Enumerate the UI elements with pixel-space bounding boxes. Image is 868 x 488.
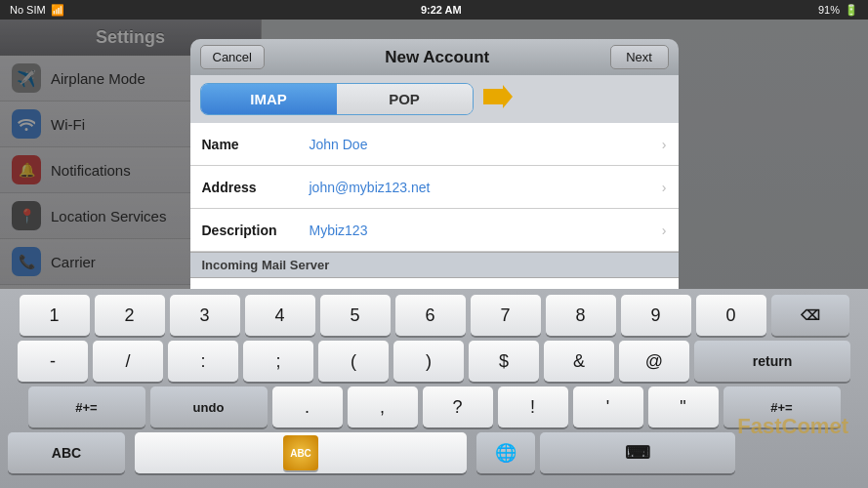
status-left: No SIM 📶 [10, 4, 64, 17]
key-open-paren[interactable]: ( [318, 341, 389, 382]
imap-pop-segment[interactable]: IMAP POP [200, 83, 474, 115]
address-chevron-icon: › [662, 180, 667, 195]
key-quote[interactable]: " [648, 386, 719, 427]
address-value[interactable]: john@mybiz123.net [310, 180, 654, 195]
keyboard-row-numbers: 1 2 3 4 5 6 7 8 9 0 ⌫ [4, 295, 864, 336]
space-key[interactable]: ABC [135, 432, 467, 473]
return-key[interactable]: return [694, 341, 850, 382]
imap-segment-button[interactable]: IMAP [201, 84, 337, 114]
name-chevron-icon: › [662, 137, 667, 152]
address-label: Address [202, 180, 310, 195]
key-hashplus[interactable]: #+= [28, 386, 145, 427]
name-label: Name [202, 137, 310, 152]
description-label: Description [202, 223, 310, 238]
abc-keyboard-icon: ABC [283, 435, 318, 470]
keyboard-row-abc: ABC ABC 🌐 ⌨ [4, 432, 864, 473]
fastcomet-watermark: FastComet [737, 414, 848, 439]
key-slash[interactable]: / [93, 341, 163, 382]
key-dash[interactable]: - [18, 341, 88, 382]
segment-row: IMAP POP [190, 75, 679, 123]
name-value[interactable]: John Doe [310, 137, 654, 152]
time-text: 9:22 AM [421, 4, 462, 16]
incoming-mail-section-header: Incoming Mail Server [190, 252, 679, 278]
svg-rect-1 [483, 89, 497, 104]
wifi-icon: 📶 [51, 4, 64, 17]
status-bar: No SIM 📶 9:22 AM 91% 🔋 [0, 0, 868, 20]
key-7[interactable]: 7 [471, 295, 541, 336]
key-9[interactable]: 9 [621, 295, 691, 336]
name-field-row: Name John Doe › [190, 123, 679, 166]
key-comma[interactable]: , [348, 386, 418, 427]
carrier-text: No SIM [10, 4, 46, 16]
pop-segment-button[interactable]: POP [337, 84, 473, 114]
delete-key[interactable]: ⌫ [771, 295, 849, 336]
key-abc[interactable]: ABC [8, 432, 125, 473]
key-3[interactable]: 3 [170, 295, 240, 336]
key-semicolon[interactable]: ; [243, 341, 313, 382]
key-period[interactable]: . [272, 386, 343, 427]
key-emoji[interactable]: 🌐 [476, 432, 535, 473]
key-6[interactable]: 6 [395, 295, 466, 336]
battery-icon: 🔋 [845, 4, 858, 17]
key-question[interactable]: ? [423, 386, 493, 427]
key-undo[interactable]: undo [150, 386, 268, 427]
description-chevron-icon: › [662, 223, 667, 238]
cancel-button[interactable]: Cancel [200, 45, 265, 69]
key-exclamation[interactable]: ! [498, 386, 568, 427]
key-1[interactable]: 1 [20, 295, 90, 336]
on-screen-keyboard: 1 2 3 4 5 6 7 8 9 0 ⌫ - / : ; ( ) $ & @ … [0, 289, 868, 488]
status-right: 91% 🔋 [818, 4, 858, 17]
key-apostrophe[interactable]: ' [573, 386, 643, 427]
address-field-row: Address john@mybiz123.net › [190, 166, 679, 209]
key-8[interactable]: 8 [546, 295, 616, 336]
key-at[interactable]: @ [619, 341, 689, 382]
next-button[interactable]: Next [610, 45, 669, 69]
main-area: Settings ✈️ Airplane Mode › Wi-Fi › 🔔 No… [0, 20, 868, 488]
description-field-row: Description Mybiz123 › [190, 209, 679, 252]
watermark-text: FastComet [737, 414, 848, 439]
arrow-right-icon [483, 85, 513, 114]
key-dollar[interactable]: $ [469, 341, 539, 382]
modal-header: Cancel New Account Next [190, 39, 679, 75]
right-keyboard-spacer: 🌐 ⌨ [476, 432, 769, 473]
key-2[interactable]: 2 [95, 295, 165, 336]
keyboard-row-symbols: - / : ; ( ) $ & @ return [4, 341, 864, 382]
key-return-bottom[interactable]: ⌨ [540, 432, 735, 473]
battery-text: 91% [818, 4, 840, 16]
key-0[interactable]: 0 [696, 295, 766, 336]
key-5[interactable]: 5 [320, 295, 391, 336]
key-ampersand[interactable]: & [544, 341, 614, 382]
description-value[interactable]: Mybiz123 [310, 223, 654, 238]
key-colon[interactable]: : [168, 341, 238, 382]
key-4[interactable]: 4 [245, 295, 315, 336]
keyboard-row-more-symbols: #+= undo . , ? ! ' " #+= [4, 386, 864, 427]
key-close-paren[interactable]: ) [393, 341, 464, 382]
modal-title: New Account [265, 48, 610, 67]
